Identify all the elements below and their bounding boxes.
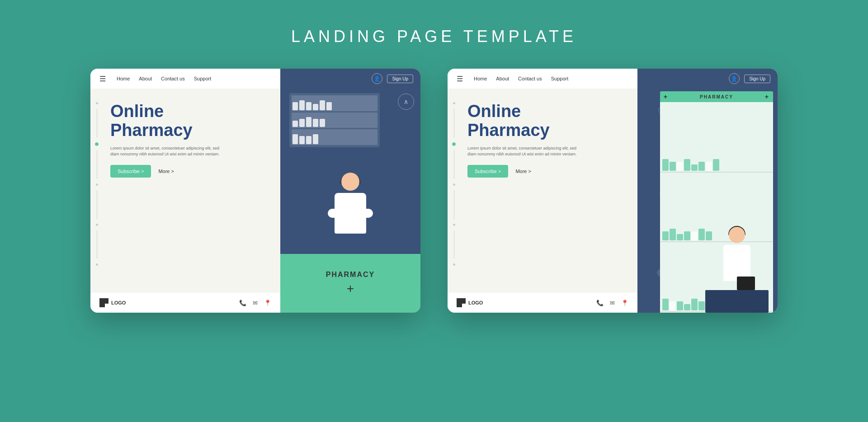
scroll-dots (95, 102, 99, 266)
logo-text: LOGO (111, 300, 126, 305)
hero-title-2: Online Pharmacy (467, 102, 627, 140)
hero-body-text-2: Lorem ipsum dolor sit amet, consectetuer… (467, 145, 580, 158)
dot-line-2 (97, 150, 97, 179)
desk (705, 290, 769, 313)
plus-icon: + (347, 281, 354, 296)
bottle (306, 117, 311, 127)
dot-line-1 (97, 109, 97, 138)
dot-1 (96, 102, 98, 104)
dot-line-2b (454, 150, 454, 179)
page-title: LANDING PAGE TEMPLATE (291, 27, 577, 46)
nav-home[interactable]: Home (117, 76, 130, 81)
card-1-nav-links: Home About Contact us Support (117, 76, 211, 81)
pharmacist-2-figure (714, 222, 760, 313)
card-2-right-panel: 🛡 💊 💉 💧 ❤ 🩺 🩹 📈 💉 👤 Sign Up ∧ ∨ (637, 69, 778, 313)
hero-buttons: Subscribe > More > (110, 165, 269, 178)
hamburger-icon[interactable]: ☰ (99, 75, 106, 83)
nav2-about[interactable]: About (496, 76, 509, 81)
card-2-navbar: ☰ Home About Contact us Support (448, 69, 637, 89)
location-icon: 📍 (264, 300, 271, 306)
product (706, 231, 712, 240)
product (684, 304, 690, 310)
product (670, 301, 676, 310)
nav2-contact[interactable]: Contact us (518, 76, 542, 81)
product (677, 162, 683, 171)
dot-3b (453, 224, 455, 226)
sign-cross-right: + (765, 93, 769, 100)
phone-icon-2: 📞 (596, 300, 604, 306)
more-button[interactable]: More > (158, 169, 174, 174)
bottle (320, 119, 325, 127)
pharmacist-arms (328, 209, 373, 218)
product (691, 164, 698, 171)
dot-3 (96, 224, 98, 226)
shelf-row-1 (292, 95, 377, 111)
dot-4b (453, 263, 455, 266)
bottle (306, 136, 311, 144)
logo-area: LOGO (99, 298, 126, 307)
bottle (292, 134, 298, 144)
footer-icons: 📞 ✉ 📍 (239, 300, 271, 306)
shelf-row-2 (292, 113, 377, 128)
product (691, 299, 698, 310)
subscribe-button-2[interactable]: Subscribe > (467, 165, 508, 178)
more-button-2[interactable]: More > (515, 169, 531, 174)
footer-icons-2: 📞 ✉ 📍 (596, 300, 628, 306)
product (670, 229, 676, 240)
dot-4 (96, 263, 98, 266)
hamburger-icon-2[interactable]: ☰ (457, 75, 463, 83)
product (698, 162, 705, 171)
product (691, 231, 698, 240)
bottle (313, 119, 318, 127)
pharmacist-figure (319, 173, 382, 254)
bottle (299, 100, 305, 110)
user-icon: 👤 (372, 73, 382, 84)
nav2-support[interactable]: Support (551, 76, 569, 81)
logo-area-2: LOGO (457, 298, 483, 307)
bottle (326, 102, 332, 110)
pharmacist2-body (723, 245, 750, 281)
bottle (299, 119, 305, 127)
product (698, 229, 705, 240)
nav-about[interactable]: About (139, 76, 152, 81)
dot-2 (96, 183, 98, 186)
hero-title: Online Pharmacy (110, 102, 269, 140)
card-2-left-panel: ☰ Home About Contact us Support (448, 69, 637, 313)
bottle (299, 136, 305, 144)
card-1-hero: Online Pharmacy Lorem ipsum dolor sit am… (90, 89, 280, 293)
product (662, 231, 669, 240)
product (677, 234, 683, 240)
email-icon-2: ✉ (610, 300, 615, 306)
pharmacist-area: PHARMACY + (280, 89, 420, 313)
card-1-left-panel: ☰ Home About Contact us Support (90, 69, 280, 313)
subscribe-button[interactable]: Subscribe > (110, 165, 151, 178)
shelf-illustration (289, 93, 380, 147)
computer (737, 277, 755, 290)
signup-button[interactable]: Sign Up (387, 75, 413, 83)
product (706, 162, 712, 171)
card-1-footer: LOGO 📞 ✉ 📍 (90, 293, 280, 313)
card-2-nav-links: Home About Contact us Support (474, 76, 568, 81)
product (713, 159, 719, 171)
nav-support[interactable]: Support (194, 76, 212, 81)
bottle (292, 102, 298, 110)
product (684, 159, 690, 171)
dot-line-3 (97, 190, 97, 219)
card-1-right-panel: 👤 Sign Up ∧ ∨ (280, 69, 420, 313)
pharmacy-label: PHARMACY (326, 271, 375, 279)
nav-contact[interactable]: Contact us (161, 76, 185, 81)
shelf-row-3 (292, 129, 377, 145)
location-icon-2: 📍 (621, 300, 628, 306)
product (670, 162, 676, 171)
bottle (320, 100, 325, 110)
pharmacy-counter: PHARMACY + (280, 254, 420, 313)
pharmacist-head (341, 173, 359, 191)
product (662, 299, 669, 310)
email-icon: ✉ (253, 300, 258, 306)
bottle (292, 121, 298, 127)
pharmacy-sign-label: PHARMACY (700, 94, 733, 99)
nav2-home[interactable]: Home (474, 76, 487, 81)
logo-icon (99, 298, 108, 307)
dot-active (95, 142, 99, 146)
card-1-navbar: ☰ Home About Contact us Support (90, 69, 280, 89)
